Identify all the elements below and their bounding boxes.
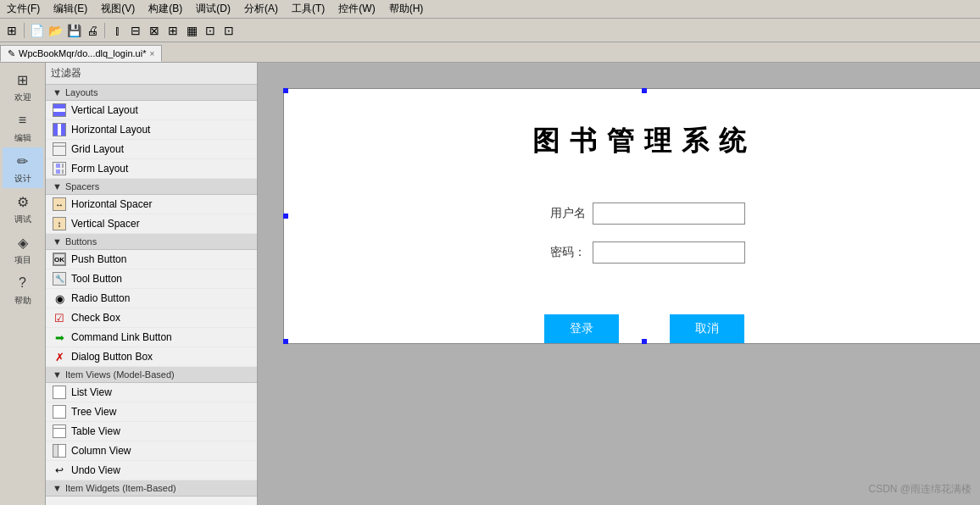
widget-list-view[interactable]: List View [46, 383, 257, 402]
widget-push-button[interactable]: OK Push Button [46, 250, 257, 269]
widget-command-link-button-label: Command Link Button [71, 331, 172, 343]
menu-tools[interactable]: 工具(T) [288, 1, 328, 17]
filter-bar: 过滤器 [46, 63, 257, 85]
vertical-layout-icon [53, 103, 66, 117]
menu-view[interactable]: 视图(V) [97, 1, 138, 17]
widget-vertical-layout[interactable]: Vertical Layout [46, 101, 257, 120]
login-button[interactable]: 登录 [544, 314, 619, 343]
watermark: CSDN @雨连绵花满楼 [868, 482, 972, 497]
category-item-widgets-label: Item Widgets (Item-Based) [65, 483, 176, 493]
widget-form-layout[interactable]: Form Layout [46, 159, 257, 179]
widget-column-view[interactable]: Column View [46, 441, 257, 461]
toolbar-btn-align6[interactable]: ⊡ [202, 22, 219, 39]
category-layouts-label: Layouts [65, 87, 98, 97]
toolbar-btn-save[interactable]: 💾 [65, 22, 82, 39]
sidebar-item-debug-label: 调试 [14, 214, 31, 225]
sidebar-item-project[interactable]: ◈ 项目 [3, 229, 43, 269]
category-buttons[interactable]: ▼ Buttons [46, 234, 257, 250]
menu-help[interactable]: 帮助(H) [386, 1, 427, 17]
sidebar-item-edit[interactable]: ≡ 编辑 [3, 107, 43, 147]
toolbar-btn-open[interactable]: 📂 [47, 22, 64, 39]
toolbar-btn-1[interactable]: ⊞ [3, 22, 20, 39]
sidebar-icons: ⊞ 欢迎 ≡ 编辑 ✏ 设计 ⚙ 调试 ◈ 项目 ? 帮助 [0, 63, 46, 505]
filter-label: 过滤器 [51, 67, 81, 79]
menu-analyze[interactable]: 分析(A) [241, 1, 281, 17]
category-layouts[interactable]: ▼ Layouts [46, 85, 257, 101]
widget-tree-view[interactable]: Tree View [46, 402, 257, 422]
tool-button-icon: 🔧 [53, 272, 66, 286]
list-view-icon [53, 386, 66, 399]
toolbar-btn-align4[interactable]: ⊞ [164, 22, 181, 39]
selection-handle-ml [283, 214, 288, 219]
widget-radio-button[interactable]: ◉ Radio Button [46, 289, 257, 308]
widget-command-link-button[interactable]: ➡ Command Link Button [46, 328, 257, 347]
menu-bar: 文件(F) 编辑(E) 视图(V) 构建(B) 调试(D) 分析(A) 工具(T… [0, 0, 980, 19]
category-spacers[interactable]: ▼ Spacers [46, 179, 257, 195]
undo-view-icon: ↩ [53, 463, 66, 477]
username-input[interactable] [593, 203, 745, 225]
widget-tree-view-label: Tree View [71, 406, 116, 418]
widget-table-view[interactable]: Table View [46, 422, 257, 441]
sidebar-item-welcome[interactable]: ⊞ 欢迎 [3, 66, 43, 107]
category-spacers-label: Spacers [65, 181, 99, 191]
widget-panel: 过滤器 ▼ Layouts Vertical Layout Horizontal… [46, 63, 258, 505]
widget-tool-button-label: Tool Button [71, 273, 122, 285]
sidebar-item-debug[interactable]: ⚙ 调试 [3, 188, 43, 229]
toolbar-btn-align7[interactable]: ⊡ [220, 22, 237, 39]
widget-dialog-button-box[interactable]: ✗ Dialog Button Box [46, 347, 257, 367]
category-buttons-label: Buttons [65, 236, 97, 247]
category-item-widgets[interactable]: ▼ Item Widgets (Item-Based) [46, 480, 257, 497]
widget-grid-layout-label: Grid Layout [71, 143, 124, 155]
welcome-icon: ⊞ [13, 69, 33, 90]
toolbar-btn-new[interactable]: 📄 [28, 22, 45, 39]
grid-layout-icon [53, 142, 66, 156]
design-icon: ✏ [13, 151, 33, 171]
widget-horizontal-spacer[interactable]: ↔ Horizontal Spacer [46, 195, 257, 214]
toolbar-btn-align5[interactable]: ▦ [183, 22, 200, 39]
widget-list: ▼ Layouts Vertical Layout Horizontal Lay… [46, 85, 257, 505]
project-icon: ◈ [13, 232, 33, 252]
menu-edit[interactable]: 编辑(E) [50, 1, 91, 17]
widget-undo-view-label: Undo View [71, 464, 120, 476]
password-row: 密码： [543, 241, 745, 264]
toolbar-btn-align1[interactable]: ⫿ [109, 22, 125, 39]
password-label: 密码： [543, 245, 586, 260]
tab-bar: ✎ WpcBookMqr/do...dlq_login.ui* × [0, 42, 980, 63]
tab-close-button[interactable]: × [149, 49, 154, 58]
category-buttons-collapse-icon: ▼ [53, 236, 62, 247]
widget-undo-view[interactable]: ↩ Undo View [46, 461, 257, 480]
widget-horizontal-spacer-label: Horizontal Spacer [71, 198, 152, 210]
toolbar-btn-4[interactable]: 🖨 [84, 22, 101, 39]
category-item-views-collapse-icon: ▼ [53, 369, 62, 380]
tab-icon: ✎ [8, 48, 15, 59]
menu-build[interactable]: 构建(B) [145, 1, 186, 17]
menu-debug[interactable]: 调试(D) [192, 1, 234, 17]
widget-vertical-spacer[interactable]: ↕ Vertical Spacer [46, 214, 257, 234]
sidebar-item-design[interactable]: ✏ 设计 [3, 147, 43, 188]
toolbar: ⊞ 📄 📂 💾 🖨 ⫿ ⊟ ⊠ ⊞ ▦ ⊡ ⊡ [0, 19, 980, 42]
menu-controls[interactable]: 控件(W) [335, 1, 378, 17]
tab-login-ui[interactable]: ✎ WpcBookMqr/do...dlq_login.ui* × [0, 45, 162, 62]
widget-dialog-button-box-label: Dialog Button Box [71, 351, 153, 363]
edit-icon: ≡ [13, 110, 33, 130]
sidebar-item-help[interactable]: ? 帮助 [3, 269, 43, 310]
widget-horizontal-layout[interactable]: Horizontal Layout [46, 120, 257, 140]
selection-handle-bl [283, 339, 288, 344]
widget-list-view-label: List View [71, 386, 112, 398]
widget-check-box-label: Check Box [71, 312, 120, 324]
radio-button-icon: ◉ [53, 291, 66, 305]
password-input[interactable] [593, 241, 745, 264]
canvas-area: 图书管理系统 用户名 密码： 登录 取消 CSDN @雨连绵花满楼 [258, 63, 980, 505]
toolbar-btn-align2[interactable]: ⊟ [127, 22, 144, 39]
cancel-button[interactable]: 取消 [670, 314, 744, 343]
dialog-button-box-icon: ✗ [53, 350, 66, 363]
widget-check-box[interactable]: ☑ Check Box [46, 308, 257, 328]
canvas-content: 图书管理系统 用户名 密码： 登录 取消 [283, 88, 980, 344]
toolbar-btn-align3[interactable]: ⊠ [146, 22, 163, 39]
widget-tool-button[interactable]: 🔧 Tool Button [46, 269, 257, 289]
widget-grid-layout[interactable]: Grid Layout [46, 140, 257, 159]
username-row: 用户名 [543, 203, 745, 225]
category-item-views[interactable]: ▼ Item Views (Model-Based) [46, 367, 257, 383]
tab-label: WpcBookMqr/do...dlq_login.ui* [19, 48, 146, 58]
menu-file[interactable]: 文件(F) [3, 1, 43, 17]
